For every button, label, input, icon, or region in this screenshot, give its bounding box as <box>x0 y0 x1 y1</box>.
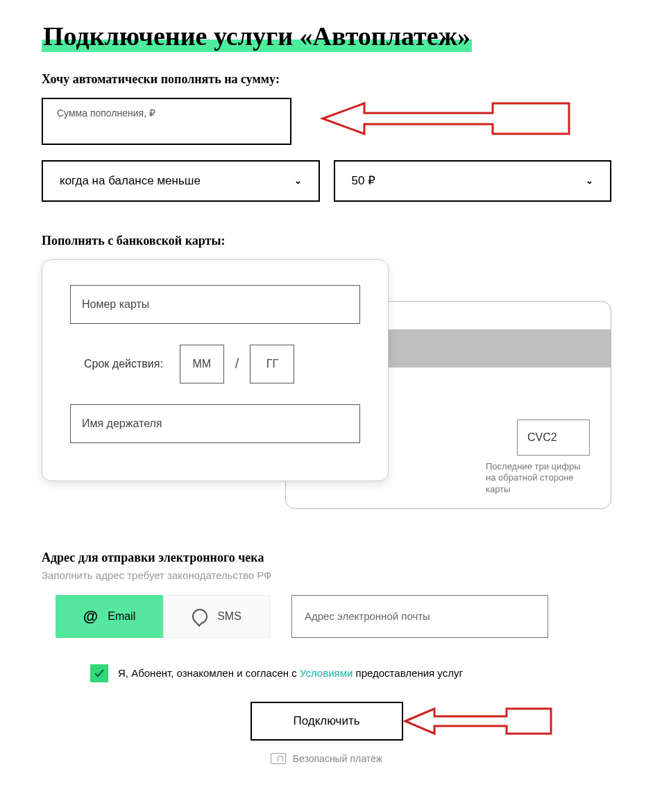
expiry-month-input[interactable]: ММ <box>180 345 224 383</box>
consent-checkbox[interactable] <box>90 664 108 682</box>
condition-when-dropdown[interactable]: когда на балансе меньше ⌄ <box>42 160 320 202</box>
svg-marker-1 <box>405 709 551 734</box>
card-holder-input[interactable]: Имя держателя <box>70 404 360 443</box>
tab-email[interactable]: @ Email <box>56 595 163 638</box>
consent-text-prefix: Я, Абонент, ознакомлен и согласен с <box>118 667 300 679</box>
submit-button[interactable]: Подключить <box>251 702 403 741</box>
dropdown-value: 50 ₽ <box>352 173 376 188</box>
amount-input[interactable]: Сумма пополнения, ₽ <box>42 98 291 145</box>
amount-label: Хочу автоматически пополнять на сумму: <box>42 72 611 87</box>
tab-label: SMS <box>217 610 241 623</box>
expiry-separator: / <box>235 356 239 372</box>
receipt-channel-tabs: @ Email SMS <box>56 595 271 638</box>
tab-label: Email <box>108 610 135 623</box>
consent-text-suffix: предоставления услуг <box>353 667 463 679</box>
receipt-heading: Адрес для отправки электронного чека <box>42 551 611 565</box>
at-icon: @ <box>83 607 98 625</box>
cvc-hint: Последние три цифры на обратной стороне … <box>486 461 590 496</box>
page-title: Подключение услуги «Автоплатеж» <box>42 21 611 53</box>
chevron-down-icon: ⌄ <box>586 175 593 186</box>
card-number-input[interactable]: Номер карты <box>70 285 360 324</box>
terms-link[interactable]: Условиями <box>300 667 353 679</box>
receipt-sub: Заполнить адрес требует законодательство… <box>42 569 611 581</box>
receipt-email-input[interactable]: Адрес электронной почты <box>291 595 548 638</box>
check-icon <box>94 669 104 677</box>
annotation-arrow-submit <box>402 705 555 738</box>
cvc-input[interactable]: CVC2 <box>517 420 590 456</box>
tab-sms[interactable]: SMS <box>163 595 271 638</box>
card-front: Номер карты Срок действия: ММ / ГГ Имя д… <box>42 259 389 481</box>
condition-value-dropdown[interactable]: 50 ₽ ⌄ <box>334 160 612 202</box>
expiry-year-input[interactable]: ГГ <box>250 345 294 383</box>
speech-bubble-icon <box>192 609 207 624</box>
card-widget: CVC2 Последние три цифры на обратной сто… <box>42 259 611 523</box>
annotation-arrow-amount <box>319 98 576 139</box>
dropdown-label: когда на балансе меньше <box>60 174 201 188</box>
expiry-label: Срок действия: <box>84 358 163 370</box>
card-section-label: Пополнять с банковской карты: <box>42 234 611 248</box>
secure-payment-label: Безопасный платёж <box>42 753 611 764</box>
svg-marker-0 <box>323 103 569 134</box>
consent-row: Я, Абонент, ознакомлен и согласен с Усло… <box>90 664 611 682</box>
lock-card-icon <box>271 753 286 764</box>
chevron-down-icon: ⌄ <box>294 175 302 186</box>
